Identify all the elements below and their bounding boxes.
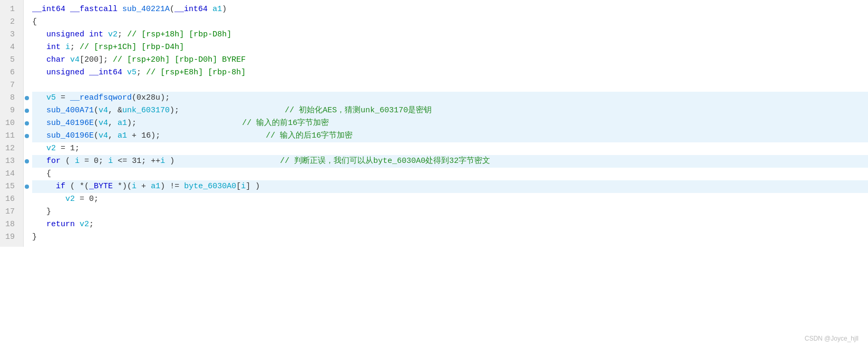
token-plain <box>32 207 46 216</box>
token-var: i <box>132 182 136 191</box>
code-tokens: unsigned int v2; // [rsp+18h] [rbp-D8h] <box>32 28 231 41</box>
token-kw: __int64 <box>32 5 65 14</box>
token-plain: *)( <box>113 182 132 191</box>
token-plain <box>108 55 113 64</box>
line-number: 17 <box>5 206 18 218</box>
token-punct: , <box>108 131 118 140</box>
token-punct: , & <box>108 106 122 115</box>
line-number: 8 <box>5 92 18 104</box>
token-punct: ( <box>94 106 99 115</box>
code-tokens: sub_40196E(v4, a1 + 16); <box>32 130 160 142</box>
token-punct: ; <box>70 43 75 52</box>
line-number: 14 <box>5 168 18 180</box>
line-number: 15 <box>5 180 18 193</box>
token-ref: byte_6030A0 <box>184 182 236 191</box>
token-var: v4 <box>99 131 108 140</box>
token-var: v5 <box>46 93 56 102</box>
token-plain: ; <box>99 157 108 166</box>
token-var: i <box>65 43 70 52</box>
token-plain <box>32 119 46 128</box>
code-tokens: sub_40196E(v4, a1); <box>32 117 136 130</box>
token-plain <box>84 30 89 39</box>
token-plain: = <box>56 144 70 153</box>
code-line <box>32 79 868 92</box>
token-plain: = <box>56 93 70 102</box>
line-number: 18 <box>5 218 18 231</box>
token-plain <box>32 30 46 39</box>
token-comment: // [rsp+20h] [rbp-D0h] BYREF <box>113 55 246 64</box>
token-plain: + <box>136 182 151 191</box>
token-punct: } <box>46 207 51 216</box>
token-fn: sub_40221A <box>122 5 170 14</box>
token-punct: ] ) <box>246 182 260 191</box>
token-num: 1 <box>70 144 75 153</box>
line-number: 1 <box>5 3 18 16</box>
token-plain <box>103 30 108 39</box>
token-plain <box>32 220 46 229</box>
code-line: sub_400A71(v4, &unk_603170);// 初始化AES，猜测… <box>32 104 868 117</box>
token-num: 0 <box>89 195 94 204</box>
token-kw: unsigned <box>46 68 84 77</box>
token-plain <box>32 106 46 115</box>
line-number: 5 <box>5 54 18 66</box>
token-var: v4 <box>70 55 80 64</box>
token-punct: ( <box>170 5 174 14</box>
token-punct: ); <box>127 119 136 128</box>
token-punct: ( <box>94 119 99 128</box>
code-tokens: { <box>32 168 51 180</box>
token-plain: ) != <box>160 182 184 191</box>
token-plain <box>75 43 80 52</box>
token-punct: ( <box>132 93 136 102</box>
code-tokens: unsigned __int64 v5; // [rsp+E8h] [rbp-8… <box>32 66 246 79</box>
line-number: 13 <box>5 155 18 168</box>
line-comment: // 初始化AES，猜测unk_603170是密钥 <box>285 104 432 117</box>
token-num: 16 <box>141 131 151 140</box>
line-number: 12 <box>5 142 18 155</box>
line-number: 3 <box>5 28 18 41</box>
token-kw: int <box>46 43 61 52</box>
line-number: 10 <box>5 117 18 130</box>
code-tokens: char v4[200]; // [rsp+20h] [rbp-D0h] BYR… <box>32 54 246 66</box>
code-line: v5 = __readfsqword(0x28u); <box>32 92 868 104</box>
token-plain <box>75 220 80 229</box>
token-comment: // [rsp+1Ch] [rbp-D4h] <box>80 43 184 52</box>
token-punct: { <box>32 17 37 26</box>
token-plain <box>141 68 146 77</box>
token-kw: __fastcall <box>70 5 118 14</box>
token-var: a1 <box>151 182 160 191</box>
token-plain <box>32 93 46 102</box>
token-plain <box>32 195 65 204</box>
line-comment: // 判断正误，我们可以从byte_6030A0处得到32字节密文 <box>280 155 490 168</box>
token-punct: ); <box>160 93 170 102</box>
code-line: v2 = 1; <box>32 142 868 155</box>
code-content: __int64 __fastcall sub_40221A(__int64 a1… <box>24 0 868 247</box>
token-comment: // [rsp+18h] [rbp-D8h] <box>127 30 231 39</box>
token-punct: ; <box>75 144 80 153</box>
code-line: { <box>32 16 868 28</box>
token-var: v5 <box>127 68 136 77</box>
code-area: 12345678910111213141516171819 __int64 __… <box>0 0 868 247</box>
code-tokens: v2 = 0; <box>32 193 99 206</box>
token-plain <box>65 5 70 14</box>
token-plain: ) <box>165 157 174 166</box>
code-line: char v4[200]; // [rsp+20h] [rbp-D0h] BYR… <box>32 54 868 66</box>
line-number: 7 <box>5 79 18 92</box>
token-var: a1 <box>118 119 127 128</box>
token-kw: char <box>46 55 65 64</box>
token-punct: ; <box>118 30 122 39</box>
token-punct: ; <box>89 220 94 229</box>
token-kw: unsigned <box>46 30 84 39</box>
token-num: 31 <box>132 157 141 166</box>
line-number: 19 <box>5 231 18 244</box>
code-tokens: } <box>32 231 37 244</box>
token-num: 0x28u <box>136 93 160 102</box>
token-punct: ( <box>94 131 99 140</box>
token-plain <box>65 55 70 64</box>
token-plain <box>32 157 46 166</box>
token-var: v2 <box>46 144 56 153</box>
code-tokens: { <box>32 16 37 28</box>
token-kw: __int64 <box>89 68 122 77</box>
token-plain <box>32 169 46 178</box>
token-kw: for <box>46 157 61 166</box>
token-fn: sub_40196E <box>46 131 94 140</box>
